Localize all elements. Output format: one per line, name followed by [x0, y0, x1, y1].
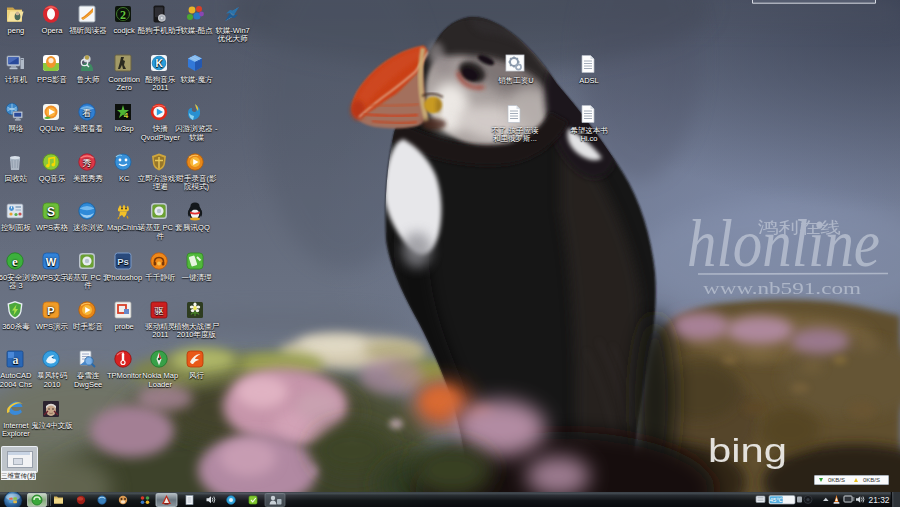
svg-text:hlonline: hlonline	[687, 205, 880, 281]
svg-text:4: 4	[124, 111, 129, 120]
svg-text:K: K	[156, 58, 164, 69]
svg-text:www.nb591.com: www.nb591.com	[703, 279, 861, 298]
svg-text:a: a	[12, 353, 18, 367]
svg-text:驱: 驱	[155, 306, 164, 316]
svg-text:e: e	[12, 254, 18, 269]
svg-text:秀: 秀	[83, 157, 92, 167]
svg-text:P: P	[47, 304, 54, 316]
svg-text:45℃: 45℃	[770, 497, 783, 503]
svg-text:W: W	[46, 255, 57, 267]
svg-text:21:32: 21:32	[869, 495, 890, 505]
svg-text:鸿利在线: 鸿利在线	[758, 219, 841, 236]
svg-text:2: 2	[120, 7, 126, 21]
svg-text:看: 看	[82, 108, 92, 118]
svg-text:bing: bing	[708, 432, 787, 469]
svg-text:S: S	[47, 205, 55, 219]
svg-text:Ps: Ps	[117, 256, 129, 267]
